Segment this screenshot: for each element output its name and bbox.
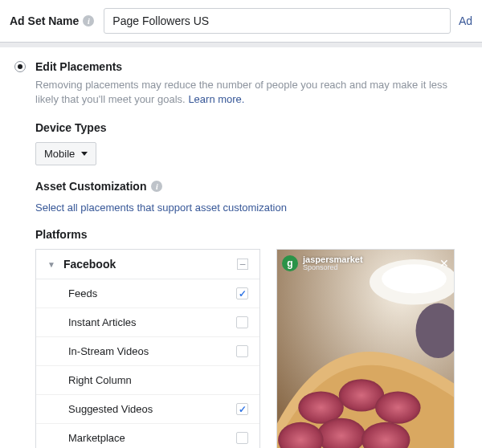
device-types-block: Device Types Mobile [35,121,468,165]
label-text: Ad Set Name [10,14,79,27]
ad-set-name-input[interactable] [104,8,451,34]
platforms-block: Platforms [35,228,468,241]
chevron-down-icon [81,152,88,156]
placement-label: Feeds [68,287,97,299]
preview-header: g jaspersmarket Sponsored ✕ [282,255,449,272]
placement-label: Right Column [68,374,132,386]
edit-placements-radio[interactable] [14,61,26,72]
platform-list: ▼ Facebook – Feeds ✓ Instant Articles In… [35,249,260,448]
placement-feeds[interactable]: Feeds ✓ [36,279,259,308]
placement-label: Instant Articles [68,316,137,328]
placements-panel: Edit Placements Removing placements may … [0,47,482,448]
info-icon[interactable]: i [151,181,162,192]
placement-suggested-videos[interactable]: Suggested Videos ✓ [36,395,259,424]
placement-instream-videos[interactable]: In-Stream Videos [36,337,259,366]
checkbox[interactable]: ✓ [236,403,248,415]
header-right-link[interactable]: Ad [459,14,472,27]
device-types-title: Device Types [35,121,468,134]
learn-more-link[interactable]: Learn more. [188,93,244,105]
checkbox[interactable] [236,432,248,444]
edit-placements-desc: Removing placements may reduce the numbe… [35,78,468,107]
device-types-dropdown[interactable]: Mobile [35,142,96,165]
placement-marketplace[interactable]: Marketplace [36,424,259,448]
placement-instant-articles[interactable]: Instant Articles [36,308,259,337]
placement-label: In-Stream Videos [68,345,149,357]
preview-title-block: jaspersmarket Sponsored [303,255,363,272]
close-icon[interactable]: ✕ [439,257,449,270]
svg-point-6 [375,392,420,424]
asset-customization-title: Asset Customization i [35,180,468,193]
placement-label: Marketplace [68,432,125,444]
platform-group-checkbox[interactable]: – [237,259,248,270]
checkbox[interactable] [236,316,248,328]
platforms-content: ▼ Facebook – Feeds ✓ Instant Articles In… [35,249,468,448]
device-types-value: Mobile [44,148,75,160]
checkbox[interactable]: ✓ [236,287,248,299]
platform-group-facebook[interactable]: ▼ Facebook – [36,250,259,279]
asset-customization-link[interactable]: Select all placements that support asset… [35,202,287,214]
edit-placements-row: Edit Placements [14,60,468,73]
edit-placements-title: Edit Placements [35,60,122,73]
placement-right-column[interactable]: Right Column [36,366,259,395]
info-icon[interactable]: i [83,15,94,26]
chevron-down-icon: ▼ [47,260,55,269]
ad-set-name-row: Ad Set Name i Ad [0,0,482,43]
placement-label: Suggested Videos [68,403,153,415]
platform-group-label: Facebook [63,258,237,271]
ad-set-name-label: Ad Set Name i [10,14,94,27]
avatar: g [282,255,298,271]
asset-customization-block: Asset Customization i Select all placeme… [35,180,468,214]
ad-preview: g jaspersmarket Sponsored ✕ [276,249,455,448]
preview-image [277,250,454,448]
platforms-title: Platforms [35,228,468,241]
preview-sponsored: Sponsored [303,264,363,272]
checkbox[interactable] [236,345,248,357]
